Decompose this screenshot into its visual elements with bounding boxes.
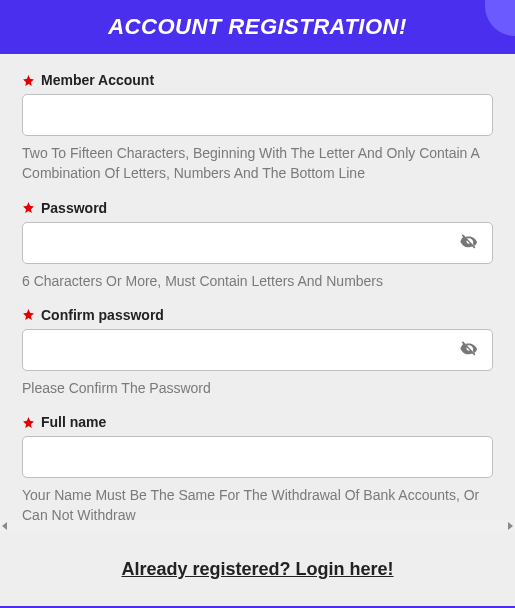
password-label: Password bbox=[41, 200, 107, 216]
required-star-icon bbox=[22, 201, 35, 214]
page-title: ACCOUNT REGISTRATION! bbox=[108, 14, 407, 39]
member-account-label: Member Account bbox=[41, 72, 154, 88]
fullname-field: Full name Your Name Must Be The Same For… bbox=[22, 414, 493, 524]
member-account-input-wrap bbox=[22, 94, 493, 136]
confirm-password-input[interactable] bbox=[22, 329, 493, 371]
scroll-right-icon bbox=[508, 522, 513, 530]
registration-form: Member Account Two To Fifteen Characters… bbox=[0, 54, 515, 524]
confirm-password-label-row: Confirm password bbox=[22, 307, 493, 323]
password-label-row: Password bbox=[22, 200, 493, 216]
eye-off-icon bbox=[459, 231, 479, 254]
page-header: ACCOUNT REGISTRATION! bbox=[0, 0, 515, 54]
fullname-hint: Your Name Must Be The Same For The Withd… bbox=[22, 485, 493, 524]
required-star-icon bbox=[22, 308, 35, 321]
required-star-icon bbox=[22, 416, 35, 429]
confirm-password-label: Confirm password bbox=[41, 307, 164, 323]
required-star-icon bbox=[22, 74, 35, 87]
fullname-label: Full name bbox=[41, 414, 106, 430]
password-input[interactable] bbox=[22, 222, 493, 264]
password-hint: 6 Characters Or More, Must Contain Lette… bbox=[22, 271, 493, 291]
eye-off-icon bbox=[459, 338, 479, 361]
footer: Already registered? Login here! bbox=[0, 537, 515, 608]
confirm-password-field: Confirm password Please Confirm The Pass… bbox=[22, 307, 493, 398]
scroll-left-icon bbox=[2, 522, 7, 530]
member-account-input[interactable] bbox=[22, 94, 493, 136]
confirm-password-hint: Please Confirm The Password bbox=[22, 378, 493, 398]
member-account-field: Member Account Two To Fifteen Characters… bbox=[22, 72, 493, 184]
member-account-hint: Two To Fifteen Characters, Beginning Wit… bbox=[22, 143, 493, 184]
fullname-input[interactable] bbox=[22, 436, 493, 478]
password-field: Password 6 Characters Or More, Must Cont… bbox=[22, 200, 493, 291]
password-input-wrap bbox=[22, 222, 493, 264]
fullname-input-wrap bbox=[22, 436, 493, 478]
login-link[interactable]: Already registered? Login here! bbox=[121, 559, 393, 579]
member-account-label-row: Member Account bbox=[22, 72, 493, 88]
toggle-confirm-visibility[interactable] bbox=[455, 334, 483, 365]
toggle-password-visibility[interactable] bbox=[455, 227, 483, 258]
confirm-password-input-wrap bbox=[22, 329, 493, 371]
fullname-label-row: Full name bbox=[22, 414, 493, 430]
horizontal-scrollbar[interactable] bbox=[0, 520, 515, 532]
